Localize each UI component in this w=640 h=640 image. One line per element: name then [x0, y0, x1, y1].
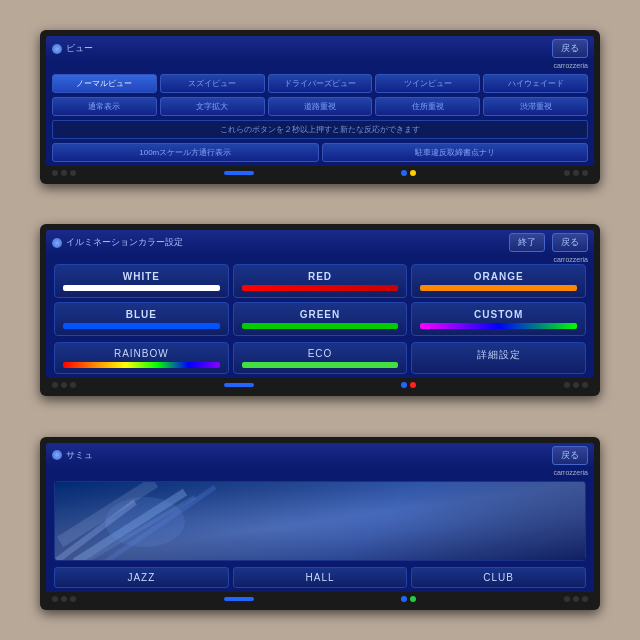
ctrl-dot-2-r2 — [573, 382, 579, 388]
tab-highway[interactable]: ハイウェイード — [483, 74, 588, 93]
ctrl-dots-left — [52, 170, 76, 176]
screen2-header: イルミネーションカラー設定 終了 戻る — [46, 230, 594, 255]
bottom-btn-parking[interactable]: 駐車違反取締書点ナリ — [322, 143, 589, 162]
return-btn-2[interactable]: 戻る — [552, 233, 588, 252]
screen-3: サミュ 戻る carrozzeria — [46, 443, 594, 592]
color-btn-red[interactable]: RED — [233, 264, 408, 298]
icon-dot-1 — [52, 44, 62, 54]
ctrl-dot-3-r1 — [564, 596, 570, 602]
swatch-custom — [420, 323, 577, 329]
brand-1: carrozzeria — [46, 61, 594, 70]
func-btn-road[interactable]: 道路重視 — [268, 97, 373, 116]
color-btn-custom[interactable]: CUSTOM — [411, 302, 586, 336]
eq-sound-btn-row: JAZZ HALL CLUB — [54, 567, 586, 588]
ctrl-2-right — [564, 382, 588, 388]
swatch-eco — [242, 362, 399, 368]
brand-2: carrozzeria — [46, 255, 594, 264]
ctrl-dot-3-r3 — [582, 596, 588, 602]
swatch-orange — [420, 285, 577, 291]
screen1-content: ノーマルビュー スズイビュー ドライバーズビュー ツインビュー ハイウェイード … — [46, 70, 594, 166]
color-label-blue: BLUE — [59, 309, 224, 320]
btn-hall[interactable]: HALL — [233, 567, 408, 588]
ctrl-dot-2-blue — [401, 382, 407, 388]
btn-jazz[interactable]: JAZZ — [54, 567, 229, 588]
btn-club[interactable]: CLUB — [411, 567, 586, 588]
ctrl-dot-yellow — [410, 170, 416, 176]
end-btn-2[interactable]: 終了 — [509, 233, 545, 252]
screen3-content: JAZZ HALL CLUB — [46, 477, 594, 592]
device-1: ビュー 戻る carrozzeria ノーマルビュー スズイビュー ドライバーズ… — [40, 30, 600, 184]
ctrl-dot-3 — [70, 170, 76, 176]
func-btn-traffic[interactable]: 渋滞重視 — [483, 97, 588, 116]
screen1-title: ビュー — [66, 42, 93, 55]
device-controls-3 — [46, 592, 594, 604]
color-label-custom: CUSTOM — [416, 309, 581, 320]
screen-1: ビュー 戻る carrozzeria ノーマルビュー スズイビュー ドライバーズ… — [46, 36, 594, 166]
func-btn-enlarge[interactable]: 文字拡大 — [160, 97, 265, 116]
view-tabs: ノーマルビュー スズイビュー ドライバーズビュー ツインビュー ハイウェイード — [52, 74, 588, 93]
tab-twin[interactable]: ツインビュー — [375, 74, 480, 93]
btn-detail[interactable]: 詳細設定 — [411, 342, 586, 374]
rainbow-label: RAINBOW — [59, 348, 224, 359]
tab-suzu[interactable]: スズイビュー — [160, 74, 265, 93]
tab-driver[interactable]: ドライバーズビュー — [268, 74, 373, 93]
bottom-row: RAINBOW ECO 詳細設定 — [46, 342, 594, 378]
device-controls-2 — [46, 378, 594, 390]
btn-rainbow[interactable]: RAINBOW — [54, 342, 229, 374]
header-left-1: ビュー — [52, 42, 93, 55]
func-btn-address[interactable]: 住所重視 — [375, 97, 480, 116]
color-label-white: WHITE — [59, 271, 224, 282]
ctrl-dots-2-left — [52, 382, 76, 388]
ctrl-bar-2-blue — [224, 383, 254, 387]
return-btn-1[interactable]: 戻る — [552, 39, 588, 58]
screen3-header: サミュ 戻る — [46, 443, 594, 468]
screen3-title: サミュ — [66, 449, 93, 462]
eq-art-svg — [55, 482, 585, 560]
color-btn-green[interactable]: GREEN — [233, 302, 408, 336]
color-grid: WHITE RED ORANGE BLUE GREEN — [46, 264, 594, 342]
btn-eco[interactable]: ECO — [233, 342, 408, 374]
color-label-orange: ORANGE — [416, 271, 581, 282]
color-label-red: RED — [238, 271, 403, 282]
ctrl-dot-3-blue — [401, 596, 407, 602]
ctrl-dot-2-1 — [52, 382, 58, 388]
brand-3: carrozzeria — [46, 468, 594, 477]
func-btn-normal[interactable]: 通常表示 — [52, 97, 157, 116]
header-btns-3: 戻る — [552, 446, 588, 465]
swatch-red — [242, 285, 399, 291]
icon-dot-3 — [52, 450, 62, 460]
device-2: イルミネーションカラー設定 終了 戻る carrozzeria WHITE RE… — [40, 224, 600, 396]
color-btn-orange[interactable]: ORANGE — [411, 264, 586, 298]
ctrl-dot-r2 — [573, 170, 579, 176]
eco-label: ECO — [238, 348, 403, 359]
header-btns-2: 終了 戻る — [509, 233, 588, 252]
ctrl-dot-r3 — [582, 170, 588, 176]
svg-point-4 — [105, 497, 185, 547]
bottom-buttons: 100mスケール方通行表示 駐車違反取締書点ナリ — [52, 143, 588, 162]
swatch-green — [242, 323, 399, 329]
ctrl-bar-3-blue — [224, 597, 254, 601]
ctrl-dot-2 — [61, 170, 67, 176]
device-controls-1 — [46, 166, 594, 178]
ctrl-dot-2-3 — [70, 382, 76, 388]
color-btn-blue[interactable]: BLUE — [54, 302, 229, 336]
bottom-btn-100m[interactable]: 100mスケール方通行表示 — [52, 143, 319, 162]
function-buttons: 通常表示 文字拡大 道路重視 住所重視 渋滞重視 — [52, 97, 588, 116]
ctrl-dot-blue — [401, 170, 407, 176]
ctrl-3-right — [564, 596, 588, 602]
ctrl-dot-3-green — [410, 596, 416, 602]
tab-normal[interactable]: ノーマルビュー — [52, 74, 157, 93]
ctrl-bar-blue — [224, 171, 254, 175]
ctrl-dot-2-2 — [61, 382, 67, 388]
ctrl-dot-2-r3 — [582, 382, 588, 388]
info-text: これらのボタンを２秒以上押すと新たな反応ができます — [52, 120, 588, 139]
return-btn-3[interactable]: 戻る — [552, 446, 588, 465]
eq-bg — [55, 482, 585, 560]
ctrl-mid — [401, 170, 416, 176]
color-btn-white[interactable]: WHITE — [54, 264, 229, 298]
screen-2: イルミネーションカラー設定 終了 戻る carrozzeria WHITE RE… — [46, 230, 594, 378]
ctrl-dot-r1 — [564, 170, 570, 176]
screen1-header: ビュー 戻る — [46, 36, 594, 61]
ctrl-2-mid — [401, 382, 416, 388]
screen2-title: イルミネーションカラー設定 — [66, 236, 183, 249]
